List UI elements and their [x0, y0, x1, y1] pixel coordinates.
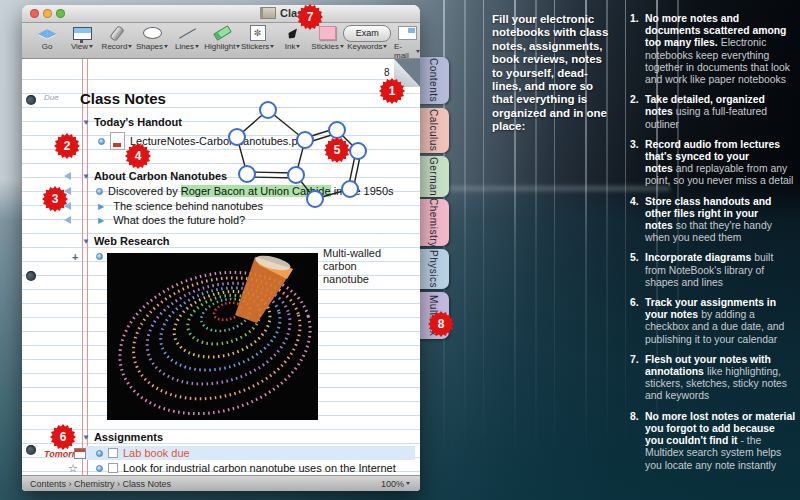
status-bar: Contents › Chemistry › Class Notes 100%	[22, 475, 420, 491]
email-button[interactable]: E-mail	[394, 25, 420, 60]
calendar-icon[interactable]	[74, 448, 86, 459]
view-icon	[73, 25, 92, 41]
tab-physics[interactable]: Physics	[417, 249, 449, 289]
todo-row-lab-book[interactable]: Lab book due	[96, 447, 190, 459]
due-column-label: Due	[44, 93, 59, 102]
microphone-icon	[113, 25, 121, 41]
notebook-proxy-icon	[260, 7, 276, 19]
disclosure-open-icon[interactable]: ▼	[82, 433, 90, 442]
feature-item: 4.Store class handouts and other files r…	[630, 196, 796, 245]
tab-german[interactable]: German	[417, 156, 449, 197]
callout-badge-4: 4	[125, 143, 151, 169]
bullet-icon[interactable]	[96, 465, 103, 472]
go-button[interactable]: ◀▶ Go	[34, 25, 60, 51]
attach-plus-icon[interactable]: +	[72, 251, 78, 263]
callout-badge-8: 8	[428, 311, 454, 337]
hole-punch	[26, 95, 36, 105]
dropdown-caret-icon	[340, 45, 344, 48]
checkbox[interactable]	[108, 448, 118, 458]
dropdown-caret-icon	[296, 45, 300, 48]
disclosure-open-icon[interactable]: ▼	[82, 118, 90, 127]
feature-list: 1.No more notes and documents scattered …	[630, 13, 796, 480]
oval-shape-icon	[143, 25, 162, 41]
dropdown-caret-icon	[383, 45, 387, 48]
sticker-icon: ✼	[250, 25, 266, 41]
page-number: 8	[384, 67, 390, 78]
tab-chemistry[interactable]: Chemistry	[417, 199, 449, 246]
promo-intro-text: Fill your electronic notebooks with clas…	[492, 13, 632, 134]
feature-item: 7.Flesh out your notes with annotationsl…	[630, 354, 796, 403]
todo-row-look-for[interactable]: Look for industrial carbon nanotube uses…	[96, 462, 396, 474]
audio-sync-icon[interactable]	[64, 172, 71, 180]
feature-item: 1.No more notes and documents scattered …	[630, 13, 796, 86]
keywords-button[interactable]: Exam Keywords	[350, 25, 385, 51]
zoom-button[interactable]	[56, 9, 65, 18]
go-arrows-icon: ◀▶	[38, 25, 56, 41]
bullet-icon[interactable]	[98, 138, 105, 145]
shapes-diagram[interactable]	[225, 99, 385, 217]
tab-contents[interactable]: Contents	[417, 57, 449, 104]
section-about-carbon-nanotubes[interactable]: ▼About Carbon Nanotubes	[82, 170, 227, 182]
breadcrumb[interactable]: Contents › Chemistry › Class Notes	[30, 479, 171, 489]
zoom-control[interactable]: 100%	[381, 479, 410, 489]
disclosure-open-icon[interactable]: ▼	[82, 172, 90, 181]
highlight-button[interactable]: Highlight	[209, 25, 236, 51]
dropdown-caret-icon	[195, 45, 199, 48]
callout-badge-2: 2	[54, 133, 80, 159]
callout-badge-6: 6	[50, 424, 76, 450]
shapes-button[interactable]: Shapes	[139, 25, 165, 51]
bullet-icon[interactable]	[96, 450, 103, 457]
title-bar[interactable]: Classes	[22, 5, 420, 23]
close-button[interactable]	[30, 9, 39, 18]
tab-calculus[interactable]: Calculus	[417, 108, 449, 153]
outline-row-future[interactable]: ▶ What does the future hold?	[98, 214, 245, 226]
keyword-exam-button[interactable]: Exam	[343, 25, 391, 41]
feature-item: 8.No more lost notes or material you for…	[630, 411, 796, 472]
hole-punch	[26, 271, 36, 281]
lines-button[interactable]: Lines	[174, 25, 200, 51]
hole-punch	[26, 445, 36, 455]
envelope-icon	[398, 25, 417, 41]
highlighter-icon	[214, 25, 231, 41]
bullet-icon[interactable]	[96, 253, 103, 260]
page-title[interactable]: Class Notes	[80, 90, 166, 107]
disclosure-closed-icon[interactable]: ▶	[98, 216, 104, 225]
pen-nib-icon	[289, 25, 297, 41]
classes-window: Classes ◀▶ Go View Record Shapes Lines H…	[22, 5, 420, 491]
feature-item: 5.Incorporate diagramsbuilt from NoteBoo…	[630, 252, 796, 289]
ink-button[interactable]: Ink	[280, 25, 306, 51]
bullet-icon[interactable]	[96, 188, 103, 195]
line-icon	[178, 25, 197, 41]
stickers-button[interactable]: ✼ Stickers	[245, 25, 271, 51]
dropdown-caret-icon	[406, 482, 410, 485]
pdf-file-icon	[110, 132, 125, 150]
callout-badge-7: 7	[297, 4, 323, 30]
dropdown-caret-icon	[128, 45, 132, 48]
disclosure-open-icon[interactable]: ▼	[82, 237, 90, 246]
callout-badge-1: 1	[379, 78, 405, 104]
feature-item: 6.Track your assignments in your notesby…	[630, 297, 796, 346]
toolbar: ◀▶ Go View Record Shapes Lines Highlight…	[22, 23, 420, 59]
dropdown-caret-icon	[89, 45, 93, 48]
section-todays-handout[interactable]: ▼Today's Handout	[82, 116, 182, 128]
section-assignments[interactable]: ▼Assignments	[82, 431, 163, 443]
disclosure-closed-icon[interactable]: ▶	[98, 202, 104, 211]
nanotube-image[interactable]	[107, 253, 318, 420]
section-web-research[interactable]: ▼Web Research	[82, 235, 170, 247]
dropdown-caret-icon	[416, 50, 420, 53]
feature-item: 2.Take detailed, organized notesusing a …	[630, 94, 796, 131]
view-button[interactable]: View	[69, 25, 95, 51]
record-button[interactable]: Record	[104, 25, 130, 51]
notebook-page[interactable]: Due 8 Class Notes ▼Today's Handout Lectu…	[22, 59, 420, 475]
checkbox[interactable]	[108, 463, 118, 473]
image-caption: Multi-walled carbon nanotube	[323, 247, 415, 286]
star-icon[interactable]: ☆	[68, 462, 78, 475]
feature-item: 3.Record audio from lectures that's sync…	[630, 139, 796, 188]
dropdown-caret-icon	[236, 45, 240, 48]
minimize-button[interactable]	[43, 9, 52, 18]
sticky-note-icon	[319, 25, 336, 41]
stickies-button[interactable]: Stickies	[315, 25, 341, 51]
dropdown-caret-icon	[270, 45, 274, 48]
callout-badge-3: 3	[42, 186, 68, 212]
audio-sync-icon[interactable]	[64, 216, 71, 224]
